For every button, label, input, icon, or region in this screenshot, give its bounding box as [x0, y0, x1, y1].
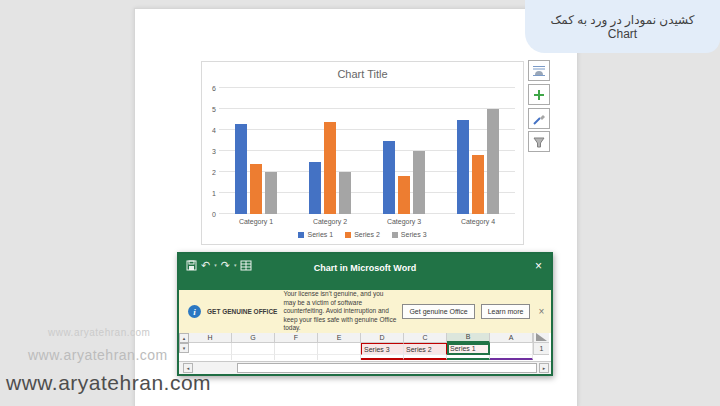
cell-d1[interactable]: Series 3: [361, 343, 404, 355]
chart-data-window: ↶ ▾ ↷ ▾ Chart in Microsoft Word × i GET …: [177, 252, 553, 376]
plus-icon: [532, 88, 546, 102]
watermark-small: www.aryatehran.com: [48, 327, 150, 338]
chart-plot: 0123456: [219, 88, 515, 214]
column-header-h[interactable]: H: [189, 333, 232, 343]
bar-series-1-category-1: [235, 124, 247, 214]
funnel-icon: [532, 135, 546, 149]
y-axis-tick: 2: [206, 169, 216, 176]
cell-c2-partial[interactable]: [404, 355, 447, 360]
chart-bars: [219, 88, 515, 214]
row-header-1[interactable]: 1: [533, 343, 549, 355]
caption-text-persian: کشیدن نمودار در ورد به کمک: [550, 13, 694, 27]
chart-styles-button[interactable]: [528, 108, 550, 129]
caption-text-latin: Chart: [608, 27, 637, 41]
bar-series-1-category-2: [309, 162, 321, 215]
scroll-left-icon[interactable]: ◂: [183, 363, 193, 373]
bar-series-3-category-2: [339, 172, 351, 214]
column-header-b[interactable]: B: [447, 333, 490, 343]
warning-message: Your license isn't genuine, and you may …: [283, 290, 396, 333]
window-titlebar: ↶ ▾ ↷ ▾ Chart in Microsoft Word ×: [179, 254, 551, 290]
bar-series-1-category-3: [383, 141, 395, 215]
legend-item-series-2: Series 2: [345, 231, 380, 238]
bar-series-2-category-2: [324, 122, 336, 214]
cell-h2-partial[interactable]: [189, 355, 232, 360]
bar-series-1-category-4: [457, 120, 469, 215]
caption-box: کشیدن نمودار در ورد به کمک Chart: [525, 0, 720, 53]
horizontal-scroll-thumb[interactable]: [237, 363, 537, 373]
chart-filters-button[interactable]: [528, 131, 550, 152]
select-all-corner[interactable]: [533, 333, 549, 343]
row-header-column: 1: [533, 333, 549, 355]
chart[interactable]: Chart Title 0123456 Category 1Category 2…: [201, 61, 524, 245]
horizontal-scrollbar: ◂ ▸: [179, 361, 551, 374]
x-axis-label-category-2: Category 2: [293, 218, 367, 225]
chart-x-axis: Category 1Category 2Category 3Category 4: [219, 218, 515, 225]
warning-label: GET GENUINE OFFICE: [207, 308, 277, 315]
column-headers: HGFEDCBA: [189, 333, 533, 343]
cell-e1[interactable]: [318, 343, 361, 355]
spreadsheet: ▴ ▾ HGFEDCBA Series 3Series 2Series 1 1 …: [179, 333, 551, 374]
column-header-c[interactable]: C: [404, 333, 447, 343]
layout-options-icon: [532, 64, 546, 78]
legend-label: Series 1: [307, 231, 333, 238]
chart-legend: Series 1Series 2Series 3: [202, 231, 523, 238]
bar-series-3-category-1: [265, 172, 277, 214]
learn-more-button[interactable]: Learn more: [481, 304, 531, 319]
y-axis-tick: 6: [206, 85, 216, 92]
watermark-medium: www.aryatehran.com: [28, 347, 168, 363]
cell-b1[interactable]: Series 1: [447, 343, 490, 355]
legend-swatch: [392, 232, 398, 238]
y-axis-tick: 5: [206, 106, 216, 113]
bar-series-3-category-3: [413, 151, 425, 214]
cell-h1[interactable]: [189, 343, 232, 355]
cell-f2-partial[interactable]: [275, 355, 318, 360]
bar-series-2-category-1: [250, 164, 262, 214]
cell-b2-partial[interactable]: [447, 355, 490, 360]
legend-swatch: [298, 232, 304, 238]
cell-g2-partial[interactable]: [232, 355, 275, 360]
legend-item-series-3: Series 3: [392, 231, 427, 238]
column-header-f[interactable]: F: [275, 333, 318, 343]
y-axis-tick: 3: [206, 148, 216, 155]
cell-g1[interactable]: [232, 343, 275, 355]
bar-series-3-category-4: [487, 109, 499, 214]
select-all-triangle-icon: [535, 333, 549, 342]
column-header-g[interactable]: G: [232, 333, 275, 343]
column-header-e[interactable]: E: [318, 333, 361, 343]
chart-elements-button[interactable]: [528, 84, 550, 105]
cell-e2-partial[interactable]: [318, 355, 361, 360]
column-header-d[interactable]: D: [361, 333, 404, 343]
scroll-down-icon[interactable]: ▾: [179, 343, 189, 353]
y-axis-tick: 4: [206, 127, 216, 134]
window-close-icon[interactable]: ×: [535, 260, 542, 272]
cell-f1[interactable]: [275, 343, 318, 355]
layout-options-button[interactable]: [528, 60, 550, 81]
legend-swatch: [345, 232, 351, 238]
cell-c1[interactable]: Series 2: [404, 343, 447, 355]
x-axis-label-category-4: Category 4: [441, 218, 515, 225]
bar-group-category-3: [367, 88, 441, 214]
y-axis-tick: 0: [206, 211, 216, 218]
bar-series-2-category-3: [398, 176, 410, 214]
column-header-a[interactable]: A: [490, 333, 533, 343]
scroll-right-icon[interactable]: ▸: [539, 363, 549, 373]
sheet-row-2-partial: [189, 355, 533, 360]
brush-icon: [532, 112, 546, 126]
bar-group-category-2: [293, 88, 367, 214]
genuine-office-warning: i GET GENUINE OFFICE Your license isn't …: [179, 290, 551, 333]
warning-close-icon[interactable]: ×: [538, 306, 544, 317]
cell-a2-partial[interactable]: [490, 355, 533, 360]
cell-d2-partial[interactable]: [361, 355, 404, 360]
y-axis-tick: 1: [206, 190, 216, 197]
bar-group-category-4: [441, 88, 515, 214]
window-title: Chart in Microsoft Word: [179, 263, 551, 273]
sheet-row-1: Series 3Series 2Series 1: [189, 343, 533, 355]
scroll-up-icon[interactable]: ▴: [179, 333, 189, 343]
cell-a1[interactable]: [490, 343, 533, 355]
get-genuine-office-button[interactable]: Get genuine Office: [402, 304, 474, 319]
chart-title: Chart Title: [202, 68, 523, 80]
info-icon: i: [188, 305, 201, 318]
x-axis-label-category-3: Category 3: [367, 218, 441, 225]
legend-item-series-1: Series 1: [298, 231, 333, 238]
legend-label: Series 2: [354, 231, 380, 238]
